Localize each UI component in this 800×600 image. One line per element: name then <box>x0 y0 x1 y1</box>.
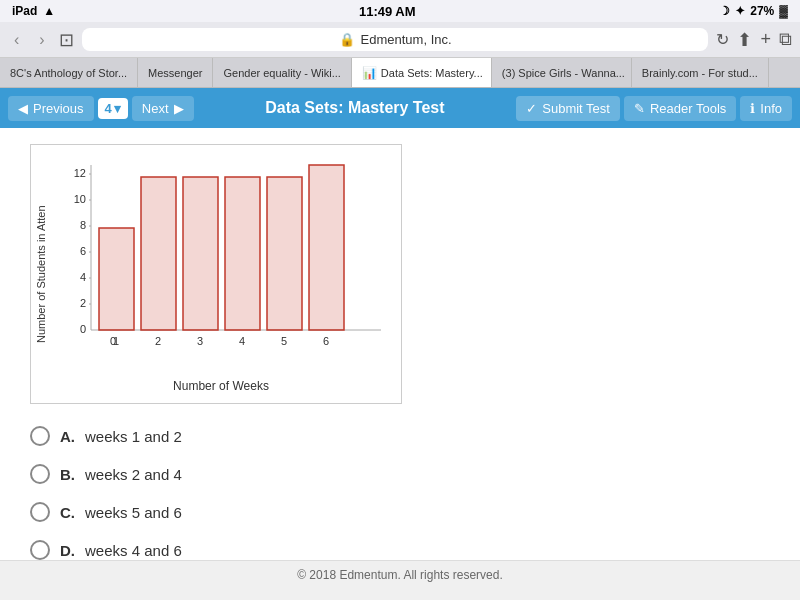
info-label: Info <box>760 101 782 116</box>
reader-tools-icon: ✎ <box>634 101 645 116</box>
bar-week1 <box>99 228 134 330</box>
url-bar[interactable]: 🔒 Edmentum, Inc. <box>82 28 709 51</box>
ipad-label: iPad <box>12 4 37 18</box>
tab-brainly[interactable]: Brainly.com - For stud... <box>632 58 769 87</box>
bar-chart-svg: 0 2 4 6 8 10 12 <box>51 155 391 375</box>
browser-bar: ‹ › ⊡ 🔒 Edmentum, Inc. ↻ ⬆ + ⧉ <box>0 22 800 58</box>
reload-button[interactable]: ↻ <box>716 30 729 49</box>
status-bar: iPad ▲ 11:49 AM ☽ ✦ 27% ▓ <box>0 0 800 22</box>
tab-datasets-icon: 📊 <box>362 66 377 80</box>
choice-c-label: C. <box>60 504 75 521</box>
footer-text: © 2018 Edmentum. All rights reserved. <box>297 568 503 582</box>
page-number-badge[interactable]: 4 ▾ <box>98 98 128 119</box>
svg-text:6: 6 <box>80 245 86 257</box>
choice-d[interactable]: D. weeks 4 and 6 <box>30 540 770 560</box>
submit-test-button[interactable]: ✓ Submit Test <box>516 96 620 121</box>
radio-a[interactable] <box>30 426 50 446</box>
choice-b[interactable]: B. weeks 2 and 4 <box>30 464 770 484</box>
tab-messenger[interactable]: Messenger <box>138 58 213 87</box>
svg-text:5: 5 <box>281 335 287 347</box>
svg-text:2: 2 <box>155 335 161 347</box>
lock-icon: 🔒 <box>339 32 355 47</box>
share-button[interactable]: ⬆ <box>737 29 752 51</box>
svg-text:4: 4 <box>239 335 245 347</box>
tab-messenger-label: Messenger <box>148 67 202 79</box>
tab-switcher-button[interactable]: ⧉ <box>779 29 792 50</box>
radio-b[interactable] <box>30 464 50 484</box>
submit-icon: ✓ <box>526 101 537 116</box>
tab-spicegirls[interactable]: (3) Spice Girls - Wanna... <box>492 58 632 87</box>
page-number-arrow: ▾ <box>114 101 121 116</box>
previous-label: Previous <box>33 101 84 116</box>
radio-c[interactable] <box>30 502 50 522</box>
status-left: iPad ▲ <box>12 4 55 18</box>
tab-gender[interactable]: Gender equality - Wiki... <box>213 58 351 87</box>
forward-button[interactable]: › <box>33 29 50 51</box>
moon-icon: ☽ <box>719 4 730 18</box>
choice-a-text: weeks 1 and 2 <box>85 428 182 445</box>
next-toolbar-icon: ▶ <box>174 101 184 116</box>
app-toolbar: ◀ Previous 4 ▾ Next ▶ Data Sets: Mastery… <box>0 88 800 128</box>
choice-d-label: D. <box>60 542 75 559</box>
svg-text:2: 2 <box>80 297 86 309</box>
radio-d[interactable] <box>30 540 50 560</box>
chart-area: 0 2 4 6 8 10 12 <box>51 155 391 393</box>
svg-text:0: 0 <box>80 323 86 335</box>
bookmarks-button[interactable]: ⊡ <box>59 29 74 51</box>
svg-text:1: 1 <box>113 335 119 347</box>
battery-label: 27% <box>750 4 774 18</box>
svg-text:12: 12 <box>74 167 86 179</box>
svg-text:8: 8 <box>80 219 86 231</box>
chart-inner: Number of Students in Atten 0 2 4 <box>31 155 391 393</box>
tab-anthology[interactable]: 8C's Anthology of Stor... <box>0 58 138 87</box>
choice-d-text: weeks 4 and 6 <box>85 542 182 559</box>
y-axis-label: Number of Students in Atten <box>31 155 51 393</box>
footer: © 2018 Edmentum. All rights reserved. <box>0 560 800 588</box>
svg-text:4: 4 <box>80 271 86 283</box>
choice-b-label: B. <box>60 466 75 483</box>
bar-week6 <box>309 165 344 330</box>
tab-datasets-label: Data Sets: Mastery... <box>381 67 483 79</box>
status-right: ☽ ✦ 27% ▓ <box>719 4 788 18</box>
url-text: Edmentum, Inc. <box>361 32 452 47</box>
x-axis-label: Number of Weeks <box>51 379 391 393</box>
page-number: 4 <box>105 101 112 116</box>
choice-a[interactable]: A. weeks 1 and 2 <box>30 426 770 446</box>
info-button[interactable]: ℹ Info <box>740 96 792 121</box>
new-tab-button[interactable]: + <box>760 29 771 50</box>
bar-week5 <box>267 177 302 330</box>
choice-b-text: weeks 2 and 4 <box>85 466 182 483</box>
tab-datasets[interactable]: 📊 Data Sets: Mastery... <box>352 58 492 87</box>
previous-button[interactable]: ◀ Previous <box>8 96 94 121</box>
battery-icon: ▓ <box>779 4 788 18</box>
submit-label: Submit Test <box>542 101 610 116</box>
info-icon: ℹ <box>750 101 755 116</box>
tabs-bar: 8C's Anthology of Stor... Messenger Gend… <box>0 58 800 88</box>
tab-spicegirls-label: (3) Spice Girls - Wanna... <box>502 67 625 79</box>
chart-container: Number of Students in Atten 0 2 4 <box>30 144 402 404</box>
next-toolbar-label: Next <box>142 101 169 116</box>
bar-week2 <box>141 177 176 330</box>
page-title: Data Sets: Mastery Test <box>198 99 513 117</box>
reader-tools-button[interactable]: ✎ Reader Tools <box>624 96 736 121</box>
bar-week3 <box>183 177 218 330</box>
choice-c[interactable]: C. weeks 5 and 6 <box>30 502 770 522</box>
reader-tools-label: Reader Tools <box>650 101 726 116</box>
main-content: Number of Students in Atten 0 2 4 <box>0 128 800 560</box>
choice-c-text: weeks 5 and 6 <box>85 504 182 521</box>
svg-text:6: 6 <box>323 335 329 347</box>
svg-text:3: 3 <box>197 335 203 347</box>
choice-a-label: A. <box>60 428 75 445</box>
tab-brainly-label: Brainly.com - For stud... <box>642 67 758 79</box>
bar-week4 <box>225 177 260 330</box>
tab-anthology-label: 8C's Anthology of Stor... <box>10 67 127 79</box>
back-button[interactable]: ‹ <box>8 29 25 51</box>
next-toolbar-button[interactable]: Next ▶ <box>132 96 194 121</box>
wifi-icon: ▲ <box>43 4 55 18</box>
status-time: 11:49 AM <box>359 4 416 19</box>
svg-text:10: 10 <box>74 193 86 205</box>
choices: A. weeks 1 and 2 B. weeks 2 and 4 C. wee… <box>30 426 770 560</box>
tab-gender-label: Gender equality - Wiki... <box>223 67 340 79</box>
previous-icon: ◀ <box>18 101 28 116</box>
bluetooth-icon: ✦ <box>735 4 745 18</box>
